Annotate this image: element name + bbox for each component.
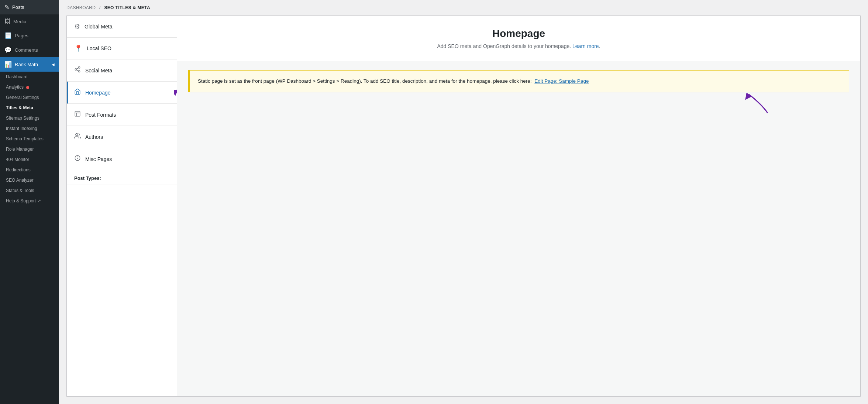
page-title: Homepage	[192, 28, 845, 40]
svg-point-2	[78, 71, 80, 72]
main-content-area: DASHBOARD / SEO TITLES & META ⚙ Global M…	[59, 0, 868, 404]
right-panel: Homepage Add SEO meta and OpenGraph deta…	[177, 16, 861, 397]
page-subtitle: Add SEO meta and OpenGraph details to yo…	[192, 43, 845, 49]
panel-item-local-seo[interactable]: 📍 Local SEO	[67, 38, 177, 59]
sidebar-item-media[interactable]: 🖼 Media	[0, 14, 59, 28]
svg-line-4	[76, 68, 78, 69]
breadcrumb: DASHBOARD / SEO TITLES & META	[59, 0, 868, 16]
breadcrumb-separator: /	[99, 5, 101, 10]
sidebar-item-pages[interactable]: 📃 Pages	[0, 28, 59, 43]
rm-instant-indexing[interactable]: Instant Indexing	[0, 123, 59, 134]
comments-icon: 💬	[4, 47, 12, 54]
sidebar-item-pages-label: Pages	[15, 33, 28, 38]
sidebar-item-rank-math[interactable]: 📊 Rank Math ◀	[0, 57, 59, 72]
rank-math-icon: 📊	[4, 61, 12, 68]
rm-sitemap-settings[interactable]: Sitemap Settings	[0, 113, 59, 123]
sidebar-item-media-label: Media	[13, 19, 26, 24]
sidebar-item-comments[interactable]: 💬 Comments	[0, 43, 59, 57]
left-panel: ⚙ Global Meta 📍 Local SEO Social Meta Ho…	[66, 16, 177, 397]
sidebar-item-posts-label: Posts	[12, 4, 24, 10]
panel-item-social-meta[interactable]: Social Meta	[67, 59, 177, 82]
svg-point-1	[75, 69, 77, 71]
svg-line-3	[76, 70, 78, 71]
authors-icon	[74, 133, 81, 141]
wp-admin-sidebar: ✎ Posts 🖼 Media 📃 Pages 💬 Comments 📊 Ran…	[0, 0, 59, 404]
misc-pages-icon	[74, 155, 81, 163]
rm-status-tools[interactable]: Status & Tools	[0, 185, 59, 196]
rank-math-collapse-icon: ◀	[52, 62, 55, 66]
rm-role-manager[interactable]: Role Manager	[0, 144, 59, 154]
panel-item-homepage-label: Homepage	[85, 90, 111, 96]
rm-dashboard[interactable]: Dashboard	[0, 72, 59, 82]
panel-item-post-formats[interactable]: Post Formats	[67, 104, 177, 126]
svg-point-0	[78, 67, 80, 69]
analytics-badge	[26, 86, 29, 89]
homepage-arrow-annotation	[174, 85, 177, 100]
posts-icon: ✎	[4, 4, 9, 11]
edit-page-link[interactable]: Edit Page: Sample Page	[534, 78, 589, 84]
panel-item-authors[interactable]: Authors	[67, 126, 177, 148]
panel-item-misc-pages-label: Misc Pages	[85, 156, 112, 162]
panel-item-misc-pages[interactable]: Misc Pages	[67, 148, 177, 170]
global-meta-icon: ⚙	[74, 23, 80, 31]
panel-item-homepage[interactable]: Homepage	[67, 82, 177, 104]
rm-redirections[interactable]: Redirections	[0, 165, 59, 175]
rm-404-monitor[interactable]: 404 Monitor	[0, 154, 59, 165]
panel-item-local-seo-label: Local SEO	[87, 45, 111, 51]
post-types-header: Post Types:	[67, 170, 177, 185]
learn-more-link[interactable]: Learn more	[572, 43, 599, 49]
post-formats-icon	[74, 110, 81, 119]
local-seo-icon: 📍	[74, 44, 82, 52]
notice-box: Static page is set as the front page (WP…	[188, 70, 849, 92]
panel-item-social-meta-label: Social Meta	[85, 68, 112, 73]
homepage-icon	[74, 88, 81, 97]
notice-arrow-annotation	[738, 93, 775, 115]
sidebar-item-rank-math-label: Rank Math	[15, 62, 38, 67]
breadcrumb-parent: DASHBOARD	[66, 5, 96, 10]
rm-general-settings[interactable]: General Settings	[0, 92, 59, 103]
social-meta-icon	[74, 66, 81, 75]
pages-icon: 📃	[4, 32, 12, 39]
rank-math-submenu: Dashboard Analytics General Settings Tit…	[0, 72, 59, 206]
sidebar-item-comments-label: Comments	[15, 47, 38, 53]
media-icon: 🖼	[4, 18, 10, 25]
notice-text: Static page is set as the front page (WP…	[198, 78, 532, 84]
svg-point-9	[76, 133, 78, 136]
content-wrapper: ⚙ Global Meta 📍 Local SEO Social Meta Ho…	[59, 16, 868, 404]
rm-schema-templates[interactable]: Schema Templates	[0, 134, 59, 144]
svg-rect-6	[75, 111, 80, 116]
panel-item-global-meta[interactable]: ⚙ Global Meta	[67, 16, 177, 38]
panel-item-authors-label: Authors	[85, 134, 103, 140]
panel-item-global-meta-label: Global Meta	[85, 24, 112, 30]
rm-titles-meta[interactable]: Titles & Meta	[0, 103, 59, 113]
sidebar-item-posts[interactable]: ✎ Posts	[0, 0, 59, 14]
breadcrumb-current: SEO TITLES & META	[104, 5, 150, 10]
homepage-section-header: Homepage Add SEO meta and OpenGraph deta…	[177, 16, 860, 61]
panel-item-post-formats-label: Post Formats	[85, 112, 116, 118]
rm-seo-analyzer[interactable]: SEO Analyzer	[0, 175, 59, 185]
rm-help-support[interactable]: Help & Support ↗	[0, 196, 59, 206]
rm-analytics[interactable]: Analytics	[0, 82, 59, 92]
